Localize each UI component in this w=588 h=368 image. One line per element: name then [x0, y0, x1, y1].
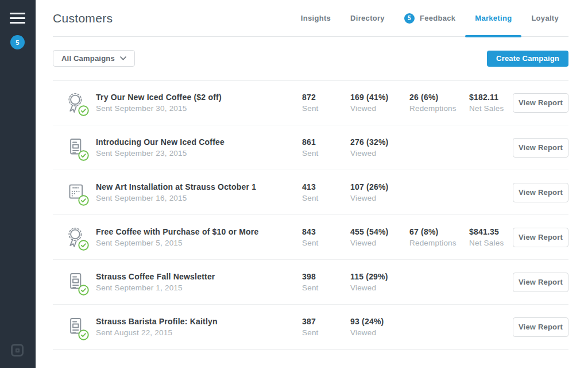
stat-viewed-value: 455 (54%): [350, 227, 409, 236]
stat-redemptions-label: Redemptions: [409, 239, 469, 247]
stat-viewed-label: Viewed: [350, 239, 409, 247]
create-campaign-button[interactable]: Create Campaign: [487, 51, 568, 67]
stat-viewed-value: 276 (32%): [350, 137, 409, 147]
tab-label: Feedback: [420, 14, 455, 22]
square-logo-icon: [11, 344, 24, 356]
view-report-button[interactable]: View Report: [513, 138, 568, 158]
stat-viewed-label: Viewed: [350, 283, 409, 292]
campaign-info: Free Coffee with Purchase of $10 or More…: [96, 227, 302, 247]
campaign-sent-date: Sent September 30, 2015: [96, 104, 296, 113]
campaign-sent-date: Sent September 1, 2015: [96, 283, 296, 292]
tab-bar: Insights Directory 5 Feedback Marketing …: [291, 0, 568, 36]
campaign-list: Try Our New Iced Coffee ($2 off) Sent Se…: [53, 80, 568, 350]
tab-label: Directory: [350, 14, 385, 22]
stat-net-sales: [469, 147, 513, 149]
stat-redemptions-value: 67 (8%): [409, 227, 469, 236]
stat-viewed: 107 (26%) Viewed: [350, 182, 409, 202]
view-report-button[interactable]: View Report: [513, 273, 568, 292]
stat-viewed-value: 93 (24%): [350, 317, 409, 326]
stat-sent-value: 843: [302, 227, 350, 236]
tab-label: Marketing: [475, 14, 512, 22]
tab-feedback[interactable]: 5 Feedback: [394, 0, 465, 36]
campaign-sent-date: Sent September 23, 2015: [96, 149, 296, 158]
campaign-row: Introducing Our New Iced Coffee Sent Sep…: [53, 125, 568, 170]
stat-net-sales-value: $182.11: [469, 93, 513, 102]
campaign-filter-dropdown[interactable]: All Campaigns: [53, 50, 135, 67]
campaign-title: Try Our New Iced Coffee ($2 off): [96, 93, 296, 102]
view-report-button[interactable]: View Report: [513, 317, 568, 337]
stat-redemptions-value: 26 (6%): [409, 93, 469, 102]
stat-viewed-label: Viewed: [350, 149, 409, 158]
stat-sent-label: Sent: [302, 328, 350, 337]
view-report-button[interactable]: View Report: [513, 183, 568, 202]
stat-sent-label: Sent: [302, 149, 350, 158]
stat-net-sales-value: $841.35: [469, 227, 513, 236]
stat-sent-value: 413: [302, 182, 350, 191]
stat-sent-value: 872: [302, 93, 350, 102]
page-header: Customers Insights Directory 5 Feedback …: [53, 0, 568, 37]
stat-redemptions: [409, 147, 469, 149]
campaign-sent-date: Sent August 22, 2015: [96, 328, 296, 337]
nav-sidebar: 5: [0, 0, 36, 368]
stat-net-sales-label: Net Sales: [469, 239, 513, 247]
stat-sent-label: Sent: [302, 104, 350, 113]
view-report-button[interactable]: View Report: [513, 228, 568, 247]
campaign-sent-date: Sent September 16, 2015: [96, 194, 296, 202]
stat-viewed-value: 107 (26%): [350, 182, 409, 191]
campaign-row: Try Our New Iced Coffee ($2 off) Sent Se…: [53, 80, 568, 125]
sent-check-icon: [78, 240, 89, 251]
stat-viewed-label: Viewed: [350, 194, 409, 202]
sent-check-icon: [78, 195, 89, 206]
app-window: 5 Customers Insights Directory 5 Feedbac…: [0, 0, 588, 368]
sent-check-icon: [78, 150, 89, 161]
campaign-info: Strauss Barista Profile: Kaitlyn Sent Au…: [96, 317, 302, 337]
campaign-title: Free Coffee with Purchase of $10 or More: [96, 227, 296, 236]
stat-viewed: 169 (41%) Viewed: [350, 93, 409, 113]
stat-viewed: 115 (29%) Viewed: [350, 272, 409, 292]
campaign-filter-label: All Campaigns: [61, 54, 115, 63]
campaign-row: New Art Installation at Strauss October …: [53, 170, 568, 215]
page-title: Customers: [53, 12, 113, 25]
view-report-button[interactable]: View Report: [513, 93, 568, 113]
campaign-title: Strauss Barista Profile: Kaitlyn: [96, 317, 296, 326]
tab-label: Insights: [301, 14, 331, 22]
stat-redemptions-label: Redemptions: [409, 104, 469, 113]
stat-sent-value: 387: [302, 317, 350, 326]
sent-check-icon: [78, 105, 89, 116]
stat-viewed: 93 (24%) Viewed: [350, 317, 409, 337]
stat-redemptions: 67 (8%) Redemptions: [409, 227, 469, 247]
tab-insights[interactable]: Insights: [291, 0, 341, 36]
stat-redemptions: [409, 326, 469, 328]
stat-sent: 861 Sent: [302, 137, 350, 158]
campaign-info: Try Our New Iced Coffee ($2 off) Sent Se…: [96, 93, 302, 113]
stat-sent: 387 Sent: [302, 317, 350, 337]
stat-viewed-value: 115 (29%): [350, 272, 409, 281]
hamburger-menu-icon[interactable]: [10, 13, 25, 24]
stat-net-sales: [469, 326, 513, 328]
stat-sent-label: Sent: [302, 239, 350, 247]
tab-loyalty[interactable]: Loyalty: [521, 0, 568, 36]
chevron-down-icon: [120, 56, 126, 60]
tab-directory[interactable]: Directory: [341, 0, 394, 36]
campaign-type-icon: [64, 136, 87, 159]
stat-viewed-label: Viewed: [350, 104, 409, 113]
tab-badge: 5: [404, 13, 415, 24]
stat-viewed-value: 169 (41%): [350, 93, 409, 102]
tab-label: Loyalty: [531, 14, 559, 22]
stat-sent-value: 398: [302, 272, 350, 281]
main-content: Customers Insights Directory 5 Feedback …: [36, 0, 588, 368]
sent-check-icon: [78, 329, 89, 340]
stat-net-sales-label: Net Sales: [469, 104, 513, 113]
campaign-type-icon: [64, 91, 87, 114]
stat-sent: 843 Sent: [302, 227, 350, 247]
stat-viewed-label: Viewed: [350, 328, 409, 337]
campaign-info: Introducing Our New Iced Coffee Sent Sep…: [96, 137, 302, 158]
stat-net-sales: $182.11 Net Sales: [469, 93, 513, 113]
tab-marketing[interactable]: Marketing: [465, 0, 521, 36]
notification-badge[interactable]: 5: [10, 35, 25, 49]
campaign-type-icon: [64, 181, 87, 204]
campaign-title: Introducing Our New Iced Coffee: [96, 137, 296, 147]
campaign-sent-date: Sent September 5, 2015: [96, 239, 296, 247]
campaign-row: Free Coffee with Purchase of $10 or More…: [53, 215, 568, 260]
stat-sent: 398 Sent: [302, 272, 350, 292]
